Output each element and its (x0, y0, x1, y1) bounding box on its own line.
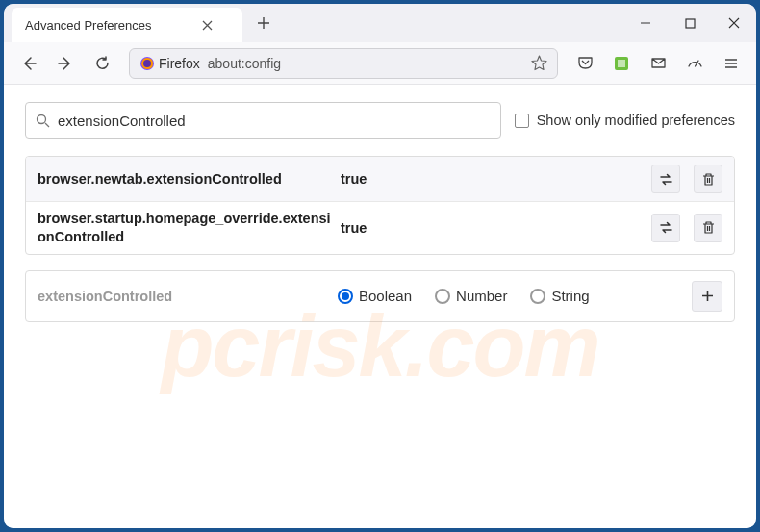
toggle-button[interactable] (651, 165, 680, 193)
arrow-right-icon (57, 55, 74, 72)
type-number[interactable]: Number (435, 288, 507, 304)
reload-icon (94, 55, 111, 71)
toggle-icon (658, 171, 674, 188)
extension-icon (614, 56, 629, 71)
radio-label: Number (456, 288, 507, 304)
minimize-button[interactable] (623, 4, 668, 42)
radio-icon (530, 289, 545, 304)
pocket-button[interactable] (570, 48, 600, 79)
search-icon (36, 114, 50, 128)
reload-button[interactable] (87, 48, 117, 79)
nav-toolbar: Firefox about:config (4, 42, 756, 85)
radio-label: String (551, 288, 589, 304)
checkbox-icon (515, 114, 529, 128)
tab-active[interactable]: Advanced Preferences (12, 8, 242, 42)
search-box[interactable] (25, 102, 501, 139)
close-icon (728, 17, 740, 29)
toggle-icon (658, 219, 674, 236)
toggle-button[interactable] (651, 214, 680, 242)
pref-name: browser.newtab.extensionControlled (38, 170, 331, 189)
gauge-icon (687, 55, 703, 71)
type-boolean[interactable]: Boolean (338, 288, 412, 304)
maximize-icon (685, 18, 696, 29)
forward-button[interactable] (50, 48, 81, 79)
svg-point-5 (38, 114, 46, 123)
trash-icon (701, 172, 716, 187)
plus-icon (257, 16, 270, 30)
svg-rect-0 (686, 19, 695, 28)
close-button[interactable] (712, 4, 756, 42)
pref-name: browser.startup.homepage_override.extens… (38, 210, 331, 246)
menu-button[interactable] (716, 48, 747, 79)
mail-button[interactable] (643, 48, 673, 79)
window-controls (623, 4, 756, 42)
minimize-icon (640, 17, 651, 29)
pocket-icon (577, 55, 594, 71)
svg-point-2 (143, 60, 151, 67)
extension-button[interactable] (606, 48, 637, 79)
star-icon (531, 55, 547, 71)
add-preference-button[interactable] (692, 281, 722, 312)
create-pref-name: extensionControlled (38, 289, 326, 304)
identity-box[interactable]: Firefox (139, 56, 200, 71)
plus-icon (700, 289, 715, 303)
trash-icon (701, 220, 716, 235)
delete-button[interactable] (694, 214, 722, 242)
new-tab-button[interactable] (248, 8, 279, 38)
radio-icon (435, 289, 450, 304)
type-radio-group: Boolean Number String (338, 288, 680, 304)
preference-row[interactable]: browser.newtab.extensionControlled true (26, 157, 734, 201)
create-preference-row: extensionControlled Boolean Number Strin… (25, 270, 735, 322)
radio-icon (338, 289, 353, 304)
preference-list: browser.newtab.extensionControlled true … (25, 156, 735, 255)
hamburger-icon (723, 56, 739, 71)
pref-value: true (341, 171, 638, 187)
radio-label: Boolean (359, 288, 412, 304)
tab-close-button[interactable] (200, 17, 215, 33)
type-string[interactable]: String (530, 288, 589, 304)
tab-title: Advanced Preferences (25, 18, 152, 33)
mail-icon (650, 55, 667, 71)
firefox-icon (139, 56, 155, 71)
titlebar: Advanced Preferences (4, 4, 756, 42)
back-button[interactable] (13, 48, 44, 79)
search-input[interactable] (58, 113, 491, 129)
pref-value: true (341, 220, 638, 236)
maximize-button[interactable] (668, 4, 712, 42)
url-text: about:config (208, 56, 523, 71)
bookmark-star-button[interactable] (531, 55, 547, 71)
modified-only-toggle[interactable]: Show only modified preferences (515, 113, 735, 128)
svg-rect-4 (618, 60, 625, 67)
delete-button[interactable] (694, 165, 722, 193)
search-row: Show only modified preferences (25, 102, 735, 139)
preference-row[interactable]: browser.startup.homepage_override.extens… (26, 201, 734, 254)
arrow-left-icon (20, 55, 38, 72)
content-area: pcrisk.com Show only modified preference… (4, 85, 756, 528)
modified-only-label: Show only modified preferences (537, 113, 735, 128)
url-bar[interactable]: Firefox about:config (129, 48, 558, 79)
close-icon (202, 20, 213, 31)
speed-button[interactable] (679, 48, 710, 79)
browser-window: Advanced Preferences (4, 4, 756, 528)
identity-label: Firefox (159, 56, 200, 71)
